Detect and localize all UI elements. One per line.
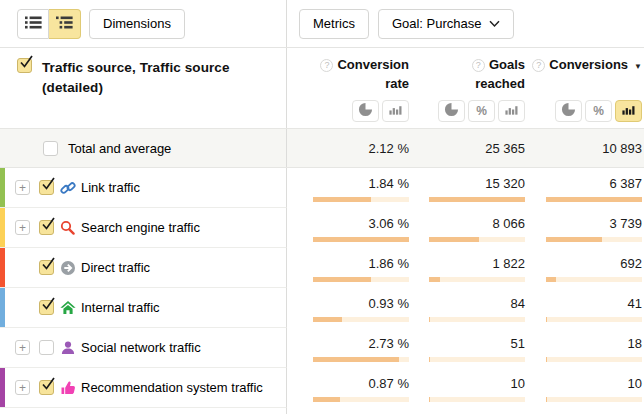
pie-chart-toggle-button[interactable] [438,100,465,122]
dimension-title: Traffic source, Traffic source (detailed… [42,58,254,128]
link-icon [60,180,76,196]
toolbar: Dimensions Metrics Goal: Purchase [0,0,644,47]
cell-value: 41 [628,296,642,311]
column-label-line1: Conversion [337,57,409,72]
percent-toggle-button[interactable]: % [468,100,495,122]
row-label: Direct traffic [81,260,150,275]
goal-selector-button[interactable]: Goal: Purchase [378,9,514,39]
value-bar [546,277,642,282]
cell-value: 10 [628,376,642,391]
bar-chart-icon [621,102,636,120]
row-label: Social network traffic [81,340,201,355]
row-values: 1.84 % 15 320 6 387 [287,168,644,208]
row-label-cell: + Link traffic [0,168,287,208]
row-label-cell: Direct traffic [0,248,287,288]
row-label: Search engine traffic [81,220,200,235]
bar-chart-icon [504,102,519,120]
cell-value: 0.87 % [369,376,409,391]
row-checkbox[interactable] [39,180,54,195]
cell-value: 0.93 % [369,296,409,311]
analytics-report: Dimensions Metrics Goal: Purchase Traffi… [0,0,644,414]
row-values: 0.87 % 10 10 [287,368,644,408]
direct-arrow-icon [60,260,76,276]
row-label-cell: + Social network traffic [0,328,287,368]
row-checkbox[interactable] [43,141,58,156]
pie-chart-icon [444,102,459,120]
cell-value: 84 [511,296,525,311]
expand-button[interactable]: + [15,220,30,235]
column-header-goals-reached: ?Goals reached % [409,48,525,128]
table-row: + Search engine traffic 3.06 % 8 066 3 7… [0,208,644,248]
bar-chart-toggle-button[interactable] [498,100,525,122]
cell-value: 6 387 [609,176,642,191]
bar-chart-icon [388,102,403,120]
row-color-strip [0,168,5,207]
row-label: Recommendation system traffic [81,380,263,395]
dimension-header-cell: Traffic source, Traffic source (detailed… [0,48,287,128]
row-values: 2.73 % 51 18 [287,328,644,368]
row-color-strip [0,368,5,407]
sort-desc-icon: ▼ [634,62,642,71]
search-icon [60,220,76,236]
value-bar [546,397,642,402]
cell-value: 51 [511,336,525,351]
table-row: + Social network traffic 2.73 % 51 18 [0,328,644,368]
row-color-strip [0,328,5,367]
pie-chart-toggle-button[interactable] [555,100,582,122]
bar-chart-toggle-button[interactable] [615,100,642,122]
list-view-button[interactable] [17,9,49,39]
home-icon [60,300,76,316]
cell-value: 1.84 % [369,176,409,191]
expand-button[interactable]: + [15,380,30,395]
help-icon[interactable]: ? [532,59,545,72]
percent-toggle-button[interactable]: % [585,100,612,122]
value-bar [313,397,409,402]
pie-chart-toggle-button[interactable] [352,100,379,122]
toolbar-left: Dimensions [0,0,287,47]
value-bar [313,277,409,282]
value-bar [313,197,409,202]
cell-value: 1 822 [492,256,525,271]
row-checkbox[interactable] [39,220,54,235]
column-label[interactable]: ?Conversion rate [320,56,409,94]
row-color-strip [0,248,5,287]
help-icon[interactable]: ? [472,59,485,72]
cell-value: 8 066 [492,216,525,231]
column-label[interactable]: ?Conversions▼ [532,56,642,75]
row-label-cell: Internal traffic [0,288,287,328]
column-label-line2: reached [475,76,525,91]
row-checkbox[interactable] [39,300,54,315]
row-color-strip [0,208,5,247]
metrics-button[interactable]: Metrics [299,9,369,39]
row-color-strip [0,288,5,327]
value-bar [429,197,525,202]
row-values: 0.93 % 84 41 [287,288,644,328]
row-checkbox[interactable] [39,260,54,275]
thumbs-up-icon [60,380,76,396]
row-checkbox[interactable] [39,340,54,355]
column-label[interactable]: ?Goals reached [472,56,525,94]
metric-headers: ?Conversion rate ?Goals [287,48,644,128]
total-row-values: 2.12 % 25 365 10 893 [287,129,644,167]
column-header-conversion-rate: ?Conversion rate [299,48,409,128]
list-view-icon [25,16,42,32]
help-icon[interactable]: ? [320,59,333,72]
cell-value: 15 320 [485,176,525,191]
tree-view-button[interactable] [49,9,81,39]
row-label-cell: + Search engine traffic [0,208,287,248]
column-label-line1: Goals [489,57,525,72]
pie-chart-icon [358,102,373,120]
select-all-checkbox[interactable] [17,58,32,73]
expand-button[interactable]: + [15,180,30,195]
table-row: + Link traffic 1.84 % 15 320 6 387 [0,168,644,208]
person-icon [60,340,76,356]
expand-button[interactable]: + [15,340,30,355]
table-header: Traffic source, Traffic source (detailed… [0,47,644,128]
row-checkbox[interactable] [39,380,54,395]
dimensions-button[interactable]: Dimensions [89,9,185,39]
toolbar-right: Metrics Goal: Purchase [287,0,644,47]
cell-value: 1.86 % [369,256,409,271]
bar-chart-toggle-button[interactable] [382,100,409,122]
table-row: + Recommendation system traffic 0.87 % 1… [0,368,644,408]
value-bar [546,357,642,362]
